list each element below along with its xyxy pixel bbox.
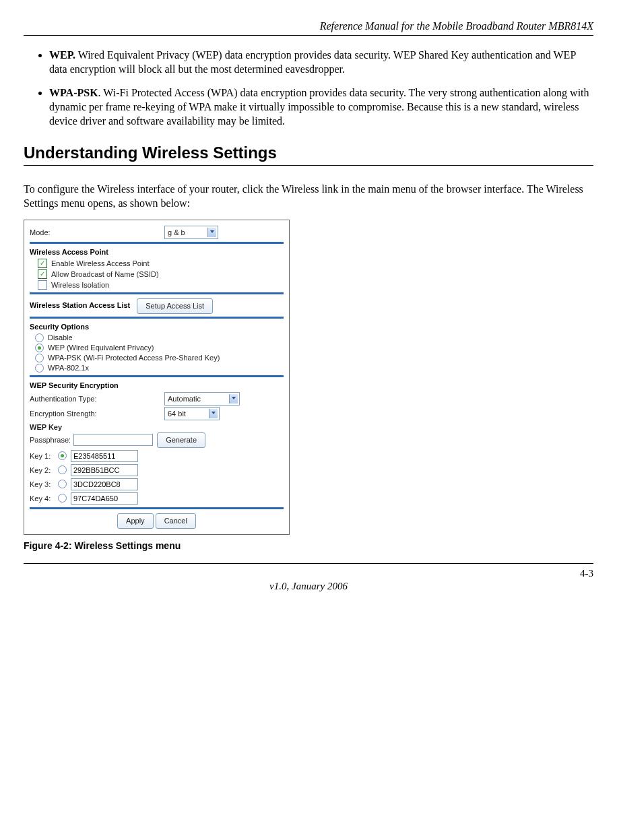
security-wpa8021x-radio[interactable] [35,364,44,373]
separator [30,292,284,294]
key2-label: Key 2: [30,466,58,474]
apply-button[interactable]: Apply [117,513,154,529]
enc-strength-label: Encryption Strength: [30,410,164,418]
enable-wap-checkbox[interactable]: ✓ [38,259,47,268]
key3-label: Key 3: [30,480,58,488]
key2-input[interactable] [71,464,138,476]
footer-version: v1.0, January 2006 [24,581,593,592]
auth-type-select[interactable]: Automatic [164,392,240,406]
key4-input[interactable] [71,492,138,505]
list-item: WEP. Wired Equivalent Privacy (WEP) data… [49,48,593,76]
auth-type-label: Authentication Type: [30,395,164,403]
figure-caption: Figure 4-2: Wireless Settings menu [24,540,593,551]
enc-strength-value: 64 bit [168,410,186,418]
separator [30,507,284,509]
chevron-down-icon [212,412,216,414]
wep-lead: WEP. [49,49,75,61]
section-rule [24,165,593,166]
wsal-heading: Wireless Station Access List [30,301,130,309]
security-wpa8021x-label: WPA-802.1x [48,364,89,372]
wireless-isolation-label: Wireless Isolation [51,281,109,289]
separator [30,375,284,377]
auth-type-value: Automatic [168,395,201,403]
header-rule [24,35,593,36]
key3-radio[interactable] [58,480,67,488]
security-disable-label: Disable [48,333,73,342]
list-item: WPA-PSK. Wi-Fi Protected Access (WPA) da… [49,86,593,128]
enc-strength-select[interactable]: 64 bit [164,407,220,420]
wep-encryption-heading: WEP Security Encryption [30,381,284,389]
security-disable-radio[interactable] [35,333,44,342]
security-wep-radio[interactable] [35,344,44,352]
wpa-lead: WPA-PSK [49,87,98,98]
generate-button[interactable]: Generate [157,432,205,448]
separator [30,242,284,244]
cancel-button[interactable]: Cancel [156,513,196,529]
key1-radio[interactable] [58,451,67,460]
security-wep-label: WEP (Wired Equivalent Privacy) [48,344,154,352]
mode-select[interactable]: g & b [164,226,218,239]
key3-input[interactable] [71,478,138,490]
enable-wap-label: Enable Wireless Access Point [51,259,150,267]
running-header: Reference Manual for the Mobile Broadban… [24,20,593,32]
wpa-text: . Wi-Fi Protected Access (WPA) data encr… [49,87,589,127]
key2-radio[interactable] [58,465,67,474]
key1-input[interactable] [71,450,138,462]
key4-radio[interactable] [58,494,67,503]
chevron-down-icon [210,230,214,233]
wep-text: Wired Equivalent Privacy (WEP) data encr… [49,49,576,75]
key4-label: Key 4: [30,494,58,503]
chevron-down-icon [232,397,236,399]
broadcast-ssid-label: Allow Broadcast of Name (SSID) [51,270,159,278]
footer-rule [24,563,593,564]
security-wpapsk-radio[interactable] [35,354,44,362]
wep-key-heading: WEP Key [30,423,284,431]
separator [30,317,284,319]
section-intro: To configure the Wireless interface of y… [24,182,593,210]
mode-label: Mode: [30,228,164,236]
passphrase-label: Passphrase: [30,436,71,444]
section-heading: Understanding Wireless Settings [24,143,593,162]
page-number: 4-3 [24,568,593,579]
passphrase-input[interactable] [73,434,153,446]
security-options-heading: Security Options [30,323,284,331]
radio-dot-icon [61,454,64,457]
setup-access-list-button[interactable]: Setup Access List [137,298,213,314]
radio-dot-icon [38,346,41,350]
wireless-settings-screenshot: Mode: g & b Wireless Access Point ✓ Enab… [24,220,290,535]
mode-select-value: g & b [168,228,185,236]
feature-list: WEP. Wired Equivalent Privacy (WEP) data… [24,48,593,129]
key1-label: Key 1: [30,452,58,460]
wap-heading: Wireless Access Point [30,248,284,256]
wireless-isolation-checkbox[interactable]: ✓ [38,280,47,290]
broadcast-ssid-checkbox[interactable]: ✓ [38,269,47,279]
security-wpapsk-label: WPA-PSK (Wi-Fi Protected Access Pre-Shar… [48,354,220,362]
